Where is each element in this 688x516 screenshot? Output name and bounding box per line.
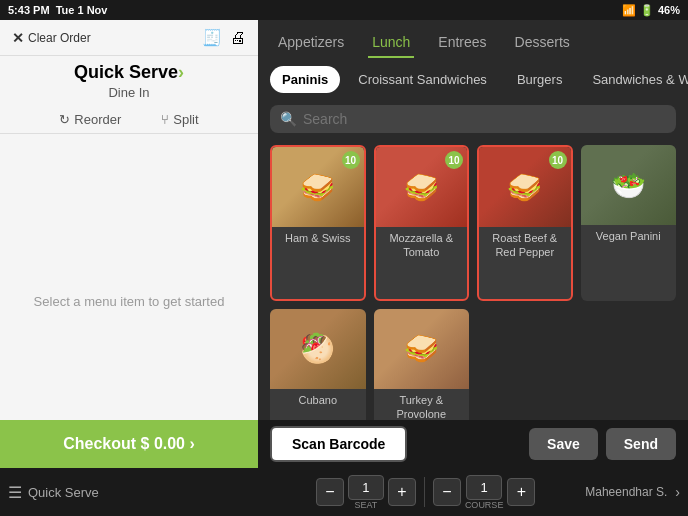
subtab-croissant[interactable]: Croissant Sandwiches [346,66,499,93]
seat-label: SEAT [354,500,377,510]
right-panel: Appetizers Lunch Entrees Desserts Panini… [258,20,688,468]
header-icons: 🧾 🖨 [202,28,246,47]
placeholder-text: Select a menu item to get started [34,294,225,309]
divider [424,477,425,507]
course-value: 1 [466,475,502,500]
hamburger-icon: ☰ [8,483,22,502]
checkout-bar[interactable]: Checkout $ 0.00 › [0,420,258,468]
mozzarella-label: Mozzarella & Tomato [376,227,468,266]
search-input[interactable] [303,111,666,127]
clear-order-label: Clear Order [28,31,91,45]
bottom-right: Maheendhar S. › [585,484,680,500]
checkout-label: Checkout $ 0.00 › [63,435,195,453]
action-row: Scan Barcode Save Send [258,420,688,468]
dine-in-label: Dine In [0,85,258,106]
roast-beef-badge: 10 [549,151,567,169]
course-minus-button[interactable]: − [433,478,461,506]
restaurant-name: Quick Serve› [0,56,258,85]
user-name: Maheendhar S. [585,485,667,499]
seat-plus-button[interactable]: + [388,478,416,506]
split-icon: ⑂ [161,112,169,127]
clear-order-button[interactable]: ✕ Clear Order [12,30,91,46]
menu-item-mozzarella[interactable]: 🥪 10 Mozzarella & Tomato [374,145,470,301]
menu-item-vegan[interactable]: 🥗 Vegan Panini [581,145,677,301]
turkey-image: 🥪 [374,309,470,389]
course-stepper: − 1 COURSE + [433,475,536,510]
print-icon[interactable]: 🖨 [230,29,246,47]
vegan-label: Vegan Panini [581,225,677,249]
subtab-paninis[interactable]: Paninis [270,66,340,93]
menu-grid: 🥪 10 Ham & Swiss 🥪 10 Mozzarella & Tomat… [258,137,688,468]
battery-icon: 🔋 [640,4,654,17]
vegan-image: 🥗 [581,145,677,225]
course-label: COURSE [465,500,504,510]
menu-item-ham-swiss[interactable]: 🥪 10 Ham & Swiss [270,145,366,301]
battery-level: 46% [658,4,680,16]
order-actions: ↻ Reorder ⑂ Split [0,106,258,134]
split-button[interactable]: ⑂ Split [161,112,198,127]
bottom-restaurant-name: Quick Serve [28,485,99,500]
seat-minus-button[interactable]: − [316,478,344,506]
mozzarella-badge: 10 [445,151,463,169]
subtab-sandwiches[interactable]: Sandwiches & Wraps [580,66,688,93]
seat-stepper: − 1 SEAT + [316,475,416,510]
chevron-right-icon[interactable]: › [675,484,680,500]
search-bar: 🔍 [270,105,676,133]
status-bar: 5:43 PM Tue 1 Nov 📶 🔋 46% [0,0,688,20]
tab-appetizers[interactable]: Appetizers [274,28,348,58]
save-button[interactable]: Save [529,428,598,460]
course-plus-button[interactable]: + [507,478,535,506]
roast-beef-label: Roast Beef & Red Pepper [479,227,571,266]
bottom-bar: ☰ Quick Serve − 1 SEAT + − 1 COURSE + Ma… [0,468,688,516]
split-label: Split [173,112,198,127]
tab-entrees[interactable]: Entrees [434,28,490,58]
scan-barcode-button[interactable]: Scan Barcode [270,426,407,462]
receipt-icon[interactable]: 🧾 [202,28,222,47]
cubano-label: Cubano [270,389,366,413]
menu-item-roast-beef[interactable]: 🥪 10 Roast Beef & Red Pepper [477,145,573,301]
reorder-icon: ↻ [59,112,70,127]
cubano-image: 🥙 [270,309,366,389]
subtab-burgers[interactable]: Burgers [505,66,575,93]
bottom-center: − 1 SEAT + − 1 COURSE + [266,475,585,510]
order-placeholder: Select a menu item to get started [0,134,258,468]
left-panel-header: ✕ Clear Order 🧾 🖨 [0,20,258,56]
status-right: 📶 🔋 46% [622,4,680,17]
close-icon: ✕ [12,30,24,46]
bottom-left: ☰ Quick Serve [8,483,266,502]
reorder-button[interactable]: ↻ Reorder [59,112,121,127]
main-tabs: Appetizers Lunch Entrees Desserts [258,20,688,58]
reorder-label: Reorder [74,112,121,127]
wifi-icon: 📶 [622,4,636,17]
sub-tabs: Paninis Croissant Sandwiches Burgers San… [258,58,688,101]
search-icon: 🔍 [280,111,297,127]
menu-icon-button[interactable]: ☰ Quick Serve [8,483,99,502]
ham-swiss-badge: 10 [342,151,360,169]
tab-lunch[interactable]: Lunch [368,28,414,58]
left-panel: ✕ Clear Order 🧾 🖨 Quick Serve› Dine In ↻… [0,20,258,468]
ham-swiss-label: Ham & Swiss [272,227,364,251]
seat-value: 1 [348,475,384,500]
tab-desserts[interactable]: Desserts [511,28,574,58]
send-button[interactable]: Send [606,428,676,460]
status-time: 5:43 PM Tue 1 Nov [8,4,107,16]
